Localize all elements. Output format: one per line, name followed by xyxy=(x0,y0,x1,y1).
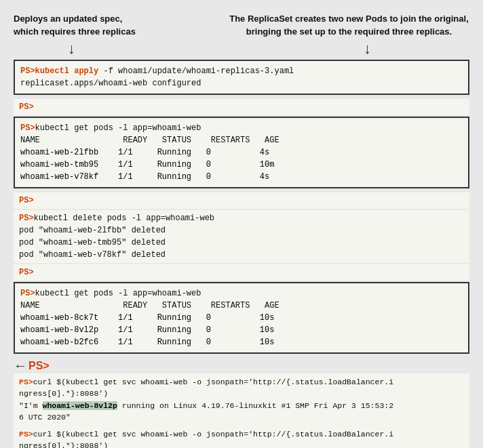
get-pods-block-1: PS>kubectl get pods -l app=whoami-web NA… xyxy=(14,117,469,188)
top-right-annotation: The ReplicaSet creates two new Pods to j… xyxy=(229,12,469,37)
apply-keyword: kubectl xyxy=(35,66,75,76)
get-pods-cmd-1: kubectl get pods -l app=whoami-web xyxy=(35,123,201,133)
ps-prompt-1: PS> xyxy=(20,66,35,76)
ps-prompt-2: PS> xyxy=(20,123,35,133)
apply-command-block: PS>kubectl apply -f whoami/update/whoami… xyxy=(14,60,469,95)
get-pods-block-2: PS>kubectl get pods -l app=whoami-web NA… xyxy=(14,282,469,354)
table-row: whoami-web-8ck7t 1/1 Running 0 10s xyxy=(20,312,463,324)
get-pods-cmd-2: kubectl get pods -l app=whoami-web xyxy=(35,289,201,298)
ps-prompt-4: PS> xyxy=(20,289,35,298)
apply-args: -f whoami/update/whoami-replicas-3.yaml xyxy=(98,66,294,76)
ps-after-delete: PS> xyxy=(14,264,469,281)
apply-output: replicaset.apps/whoami-web configured xyxy=(20,79,201,88)
table-row: whoami-web-tmb95 1/1 Running 0 10m xyxy=(20,159,463,171)
table-header-2: NAME READY STATUS RESTARTS AGE xyxy=(20,301,279,310)
highlight-pod1: whoami-web-8vl2p xyxy=(43,401,117,410)
apply-word: apply xyxy=(74,66,98,76)
curl-block-2: PS>curl $(kubectl get svc whoami-web -o … xyxy=(14,426,469,448)
table-header-1: NAME READY STATUS RESTARTS AGE xyxy=(20,134,279,146)
arrow-down-left: ↓ xyxy=(14,40,75,58)
table-row: whoami-web-2lfbb 1/1 Running 0 4s xyxy=(20,146,463,159)
ps-before-delete: PS> xyxy=(14,192,469,209)
table-row: whoami-web-v78kf 1/1 Running 0 4s xyxy=(20,171,463,183)
top-left-annotation: Deploys an updated spec, which requires … xyxy=(14,12,146,37)
arrow-down-right: ↓ xyxy=(364,40,469,58)
curl-block-1: PS>curl $(kubectl get svc whoami-web -o … xyxy=(14,373,469,426)
table-row: whoami-web-8vl2p 1/1 Running 0 10s xyxy=(20,324,463,336)
left-arrow-area: ←PS> xyxy=(14,358,469,373)
delete-cmd-block: PS>kubectl delete pods -l app=whoami-web… xyxy=(14,210,469,263)
ps-between-1: PS> xyxy=(14,99,469,115)
table-row: whoami-web-b2fc6 1/1 Running 0 10s xyxy=(20,336,463,348)
